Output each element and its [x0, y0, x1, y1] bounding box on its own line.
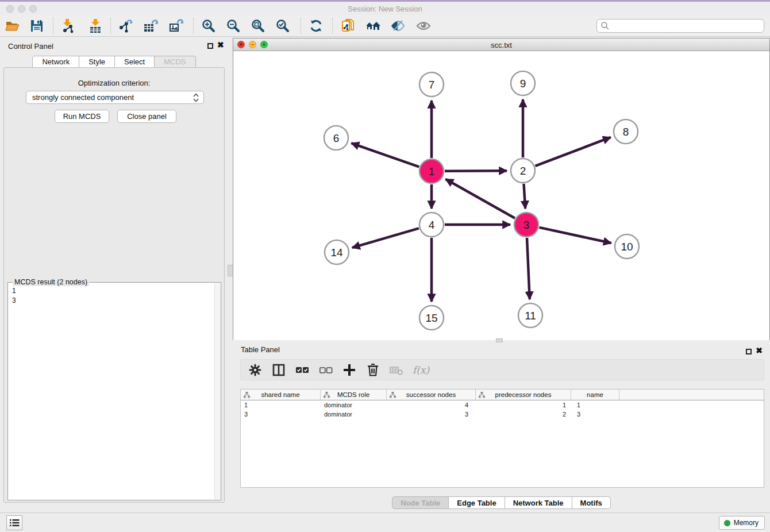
zoom-fit-icon[interactable] — [251, 18, 265, 33]
control-panel-title: Control Panel — [8, 42, 53, 51]
save-floppy-icon[interactable] — [29, 18, 44, 33]
edge-1-6[interactable] — [351, 143, 419, 167]
node-label-7: 7 — [429, 79, 435, 91]
import-network-icon[interactable] — [60, 18, 75, 33]
table-header-row: shared name MCDS role successor nodes pr… — [241, 390, 764, 400]
close-panel-button[interactable]: Close panel — [117, 110, 176, 123]
column-header-shared-name[interactable]: shared name — [241, 390, 321, 400]
add-column-icon[interactable] — [342, 363, 357, 377]
edge-1-2[interactable] — [445, 171, 507, 171]
cell-name[interactable]: 1 — [571, 400, 619, 410]
search-input[interactable] — [610, 22, 764, 30]
edge-3-11[interactable] — [527, 238, 530, 299]
deselect-all-icon[interactable] — [318, 363, 333, 377]
search-icon — [600, 21, 610, 30]
network-canvas[interactable]: 7968124314101511 — [233, 51, 769, 340]
node-label-15: 15 — [425, 312, 437, 324]
task-history-button[interactable] — [6, 515, 22, 530]
gear-icon[interactable] — [248, 363, 263, 377]
houses-icon[interactable] — [365, 18, 380, 33]
open-folder-icon[interactable] — [5, 18, 20, 33]
node-table: shared name MCDS role successor nodes pr… — [240, 389, 764, 488]
memory-button[interactable]: Memory — [719, 516, 765, 530]
column-header-successor-nodes[interactable]: successor nodes — [387, 390, 476, 400]
zoom-selected-icon[interactable] — [275, 18, 290, 33]
optimization-criterion-select[interactable]: strongly connected component — [26, 91, 204, 104]
split-panel-icon[interactable] — [271, 363, 286, 377]
import-table-icon[interactable] — [88, 18, 103, 33]
node-label-1: 1 — [429, 165, 435, 178]
result-scrollbar[interactable] — [214, 283, 220, 499]
cell-successor-nodes[interactable]: 4 — [387, 400, 476, 410]
mcds-result-text[interactable]: 1 3 — [8, 284, 20, 308]
list-icon — [10, 519, 20, 527]
network-window-titlebar[interactable]: ✕ – + scc.txt — [233, 38, 769, 51]
select-all-icon[interactable] — [295, 363, 310, 377]
tab-node-table[interactable]: Node Table — [392, 496, 449, 509]
export-table-icon[interactable] — [143, 18, 158, 33]
delete-table-icon[interactable] — [389, 363, 404, 377]
cell-name[interactable]: 3 — [571, 410, 619, 419]
export-network-icon[interactable] — [118, 18, 133, 33]
run-mcds-button[interactable]: Run MCDS — [55, 110, 109, 123]
network-window-title: scc.txt — [233, 41, 769, 49]
close-table-panel-icon[interactable]: ✖ — [756, 346, 763, 355]
eye-icon[interactable] — [416, 18, 431, 33]
refresh-icon[interactable] — [309, 18, 324, 33]
tab-network-table[interactable]: Network Table — [505, 496, 572, 509]
float-panel-icon[interactable] — [207, 43, 213, 49]
node-label-6: 6 — [333, 132, 340, 144]
toolbar-separator — [193, 18, 194, 34]
horizontal-splitter-grip[interactable] — [496, 338, 503, 342]
table-row[interactable]: 3 dominator 3 2 3 — [241, 410, 764, 419]
tab-mcds[interactable]: MCDS — [155, 56, 195, 68]
tab-style[interactable]: Style — [79, 56, 115, 68]
node-label-8: 8 — [623, 126, 629, 138]
node-label-10: 10 — [621, 241, 633, 253]
clone-network-icon[interactable] — [341, 18, 356, 33]
zoom-in-icon[interactable] — [201, 18, 216, 33]
hierarchy-icon — [324, 392, 330, 398]
memory-status-dot — [724, 520, 730, 526]
edge-4-14[interactable] — [352, 228, 419, 248]
cell-mcds-role[interactable]: dominator — [321, 410, 387, 419]
status-bar: Memory — [0, 512, 770, 532]
mcds-result-line: 3 — [12, 296, 16, 306]
zoom-out-icon[interactable] — [226, 18, 241, 33]
cell-successor-nodes[interactable]: 3 — [387, 410, 476, 419]
node-label-9: 9 — [520, 78, 526, 90]
float-table-panel-icon[interactable] — [746, 349, 752, 354]
function-builder-icon[interactable]: f(x) — [413, 364, 429, 376]
tab-edge-table[interactable]: Edge Table — [449, 496, 505, 509]
close-panel-icon[interactable]: ✖ — [217, 40, 224, 49]
tab-select[interactable]: Select — [115, 56, 155, 68]
cell-mcds-role[interactable]: dominator — [321, 400, 387, 410]
cell-predecessor-nodes[interactable]: 1 — [476, 400, 571, 410]
column-header-filler — [619, 390, 764, 400]
export-image-icon[interactable] — [168, 18, 183, 33]
column-header-mcds-role[interactable]: MCDS role — [321, 390, 387, 400]
edge-2-8[interactable] — [536, 137, 611, 166]
column-header-predecessor-nodes[interactable]: predecessor nodes — [476, 390, 571, 400]
column-header-label: predecessor nodes — [495, 391, 552, 398]
edge-3-1[interactable] — [445, 179, 515, 218]
node-label-3: 3 — [523, 219, 530, 231]
tab-network[interactable]: Network — [32, 56, 79, 68]
cell-shared-name[interactable]: 3 — [241, 410, 321, 419]
node-label-11: 11 — [525, 310, 536, 322]
toolbar-separator — [53, 18, 53, 34]
mcds-result-box: MCDS result (2 nodes) 1 3 — [7, 282, 221, 500]
hierarchy-icon — [390, 392, 396, 398]
eye-slash-icon[interactable] — [390, 18, 405, 33]
cell-predecessor-nodes[interactable]: 2 — [476, 410, 571, 419]
delete-column-icon[interactable] — [365, 363, 380, 377]
table-row[interactable]: 1 dominator 4 1 1 — [241, 400, 764, 410]
column-header-label: shared name — [261, 391, 299, 398]
edge-2-3[interactable] — [523, 184, 525, 209]
cell-shared-name[interactable]: 1 — [241, 400, 321, 410]
column-header-name[interactable]: name — [571, 390, 619, 400]
edge-3-10[interactable] — [539, 228, 611, 243]
mcds-result-line: 1 — [12, 286, 16, 296]
tab-motifs[interactable]: Motifs — [572, 496, 611, 509]
hierarchy-icon — [479, 392, 485, 398]
